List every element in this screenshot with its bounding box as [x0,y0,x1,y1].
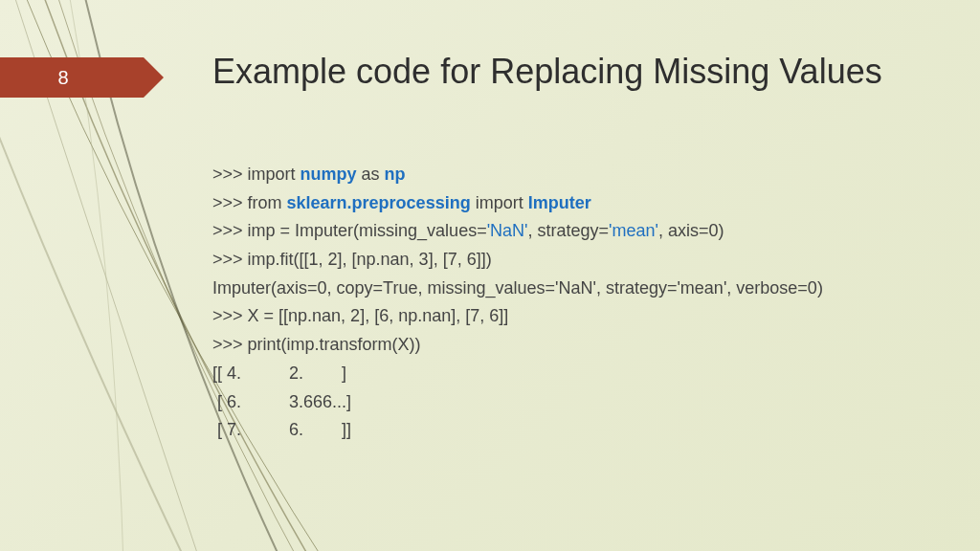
code-line: [ 7. 6. ]] [212,416,940,445]
code-block: >>> import numpy as np >>> from sklearn.… [212,161,940,445]
code-line: >>> print(imp.transform(X)) [212,331,940,360]
slide-number-badge: 8 [0,57,144,98]
slide-title: Example code for Replacing Missing Value… [212,50,921,93]
code-line: >>> from sklearn.preprocessing import Im… [212,189,940,218]
code-line: >>> import numpy as np [212,161,940,189]
code-line: Imputer(axis=0, copy=True, missing_value… [212,275,940,303]
code-line: >>> X = [[np.nan, 2], [6, np.nan], [7, 6… [212,302,940,331]
code-line: [[ 4. 2. ] [212,360,940,388]
slide-number: 8 [57,67,68,89]
code-line: >>> imp = Imputer(missing_values='NaN', … [212,217,940,246]
code-line: [ 6. 3.666...] [212,388,940,417]
code-line: >>> imp.fit([[1, 2], [np.nan, 3], [7, 6]… [212,246,940,275]
